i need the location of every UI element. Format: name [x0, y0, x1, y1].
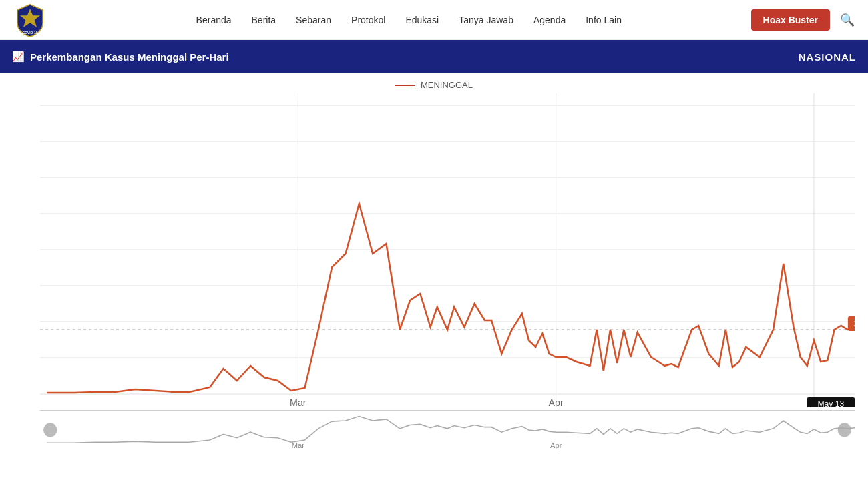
nav-links: Beranda Berita Sebaran Protokol Edukasi …: [67, 15, 751, 25]
hoax-buster-button[interactable]: Hoax Buster: [751, 9, 830, 31]
chart-icon: 📈: [12, 51, 25, 63]
legend-line-icon: [395, 85, 415, 86]
svg-text:COVID-19: COVID-19: [22, 30, 37, 34]
svg-text:Mar: Mar: [290, 397, 306, 407]
nav-info-lain[interactable]: Info Lain: [586, 15, 622, 25]
logo-icon: COVID-19: [13, 3, 47, 37]
svg-text:Apr: Apr: [549, 397, 564, 407]
svg-text:Mar: Mar: [292, 441, 304, 449]
main-chart: 0 10 20 30 40 50 60 70 80 Mar Apr May 13: [40, 93, 855, 407]
chart-svg: 0 10 20 30 40 50 60 70 80 Mar Apr May 13: [40, 93, 855, 407]
search-icon[interactable]: 🔍: [840, 13, 855, 27]
navbar: COVID-19 Beranda Berita Sebaran Protokol…: [0, 0, 868, 40]
chart-legend: MENINGGAL: [0, 80, 868, 90]
svg-text:Apr: Apr: [550, 441, 562, 449]
chart-title-area: 📈 Perkembangan Kasus Meninggal Per-Hari: [12, 51, 229, 63]
chart-region: NASIONAL: [799, 51, 856, 63]
svg-point-34: [838, 423, 851, 437]
chart-title: Perkembangan Kasus Meninggal Per-Hari: [30, 51, 229, 63]
legend-label: MENINGGAL: [421, 80, 473, 90]
nav-tanya-jawab[interactable]: Tanya Jawab: [459, 15, 513, 25]
svg-text:May 13: May 13: [817, 399, 844, 407]
svg-text:21: 21: [854, 318, 855, 328]
mini-chart-svg: Mar Apr: [40, 411, 855, 450]
meninggal-line: [47, 204, 855, 393]
nav-protokol[interactable]: Protokol: [351, 15, 385, 25]
mini-meninggal-line: [47, 417, 855, 443]
nav-berita[interactable]: Berita: [252, 15, 276, 25]
logo-area: COVID-19: [13, 3, 47, 37]
nav-beranda[interactable]: Beranda: [196, 15, 232, 25]
mini-navigator[interactable]: Mar Apr: [40, 410, 855, 450]
nav-agenda[interactable]: Agenda: [533, 15, 566, 25]
chart-container: MENINGGAL 0 10 20 30 40 50 60 70 80: [0, 73, 868, 454]
svg-point-33: [43, 423, 57, 437]
chart-header: 📈 Perkembangan Kasus Meninggal Per-Hari …: [0, 40, 868, 73]
nav-edukasi[interactable]: Edukasi: [405, 15, 439, 25]
nav-sebaran[interactable]: Sebaran: [296, 15, 331, 25]
